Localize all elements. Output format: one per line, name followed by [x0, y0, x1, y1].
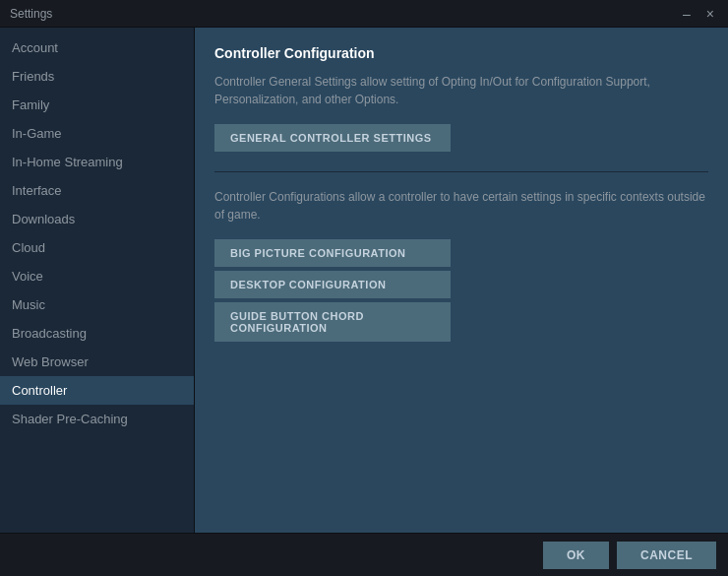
sidebar-item-broadcasting[interactable]: Broadcasting [0, 319, 194, 348]
sidebar: Account Friends Family In-Game In-Home S… [0, 28, 195, 576]
ok-button[interactable]: OK [543, 542, 609, 569]
sidebar-item-interface[interactable]: Interface [0, 176, 194, 205]
content-title: Controller Configuration [214, 45, 708, 61]
sidebar-item-music[interactable]: Music [0, 290, 194, 319]
sidebar-item-account[interactable]: Account [0, 33, 194, 62]
window-title: Settings [10, 7, 52, 21]
sidebar-item-in-home-streaming[interactable]: In-Home Streaming [0, 148, 194, 176]
config-description: Controller Configurations allow a contro… [214, 188, 708, 224]
minimize-button[interactable]: – [679, 5, 695, 23]
big-picture-configuration-button[interactable]: BIG PICTURE CONFIGURATION [214, 239, 451, 267]
guide-button-chord-configuration-button[interactable]: GUIDE BUTTON CHORD CONFIGURATION [214, 302, 451, 342]
sidebar-item-family[interactable]: Family [0, 91, 194, 119]
sidebar-item-web-browser[interactable]: Web Browser [0, 348, 194, 376]
sidebar-item-downloads[interactable]: Downloads [0, 205, 194, 233]
separator [214, 171, 708, 172]
titlebar-controls: – × [679, 5, 718, 23]
titlebar: Settings – × [0, 0, 728, 28]
sidebar-item-voice[interactable]: Voice [0, 262, 194, 290]
bottom-bar: OK CANCEL [0, 533, 728, 576]
content-area: Controller Configuration Controller Gene… [195, 28, 728, 576]
general-description: Controller General Settings allow settin… [214, 73, 708, 108]
close-button[interactable]: × [702, 5, 718, 23]
sidebar-item-shader-pre-caching[interactable]: Shader Pre-Caching [0, 405, 194, 433]
sidebar-item-cloud[interactable]: Cloud [0, 233, 194, 262]
main-layout: Account Friends Family In-Game In-Home S… [0, 28, 728, 576]
sidebar-item-in-game[interactable]: In-Game [0, 119, 194, 148]
general-controller-settings-button[interactable]: GENERAL CONTROLLER SETTINGS [214, 124, 451, 152]
desktop-configuration-button[interactable]: DESKTOP CONFIGURATION [214, 271, 451, 298]
cancel-button[interactable]: CANCEL [617, 542, 716, 569]
sidebar-item-controller[interactable]: Controller [0, 376, 194, 405]
sidebar-item-friends[interactable]: Friends [0, 62, 194, 91]
